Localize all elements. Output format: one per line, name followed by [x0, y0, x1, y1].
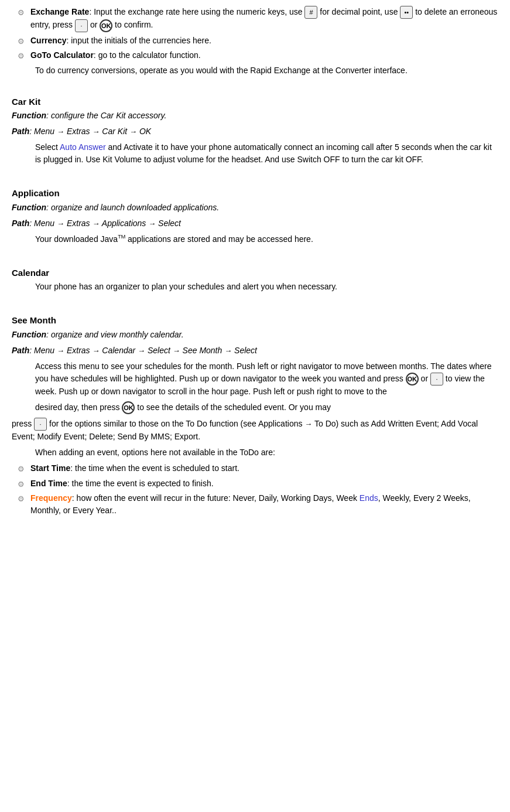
exchange-rate-title: Exchange Rate [30, 7, 89, 16]
dot-icon-3: · [34, 418, 47, 431]
car-kit-function: Function: configure the Car Kit accessor… [12, 110, 498, 122]
converter-note: To do currency conversions, operate as y… [12, 64, 498, 77]
see-month-title: See Month [12, 314, 498, 327]
see-month-function-label: Function [12, 330, 46, 339]
application-body: Your downloaded JavaTM applications are … [12, 233, 498, 245]
goto-calc-title: GoTo Calculator [30, 50, 94, 60]
ok-circle-icon-3: OK [122, 401, 135, 414]
bullet-start-time: ⚙ Start Time: the time when the event is… [12, 462, 498, 475]
section-application: Application Function: organize and launc… [12, 187, 498, 245]
bullet-goto-calc: ⚙ GoTo Calculator: go to the calculator … [12, 49, 498, 62]
application-function-label: Function [12, 203, 46, 212]
application-function: Function: organize and launch downloaded… [12, 202, 498, 214]
section-car-kit: Car Kit Function: configure the Car Kit … [12, 95, 498, 166]
currency-desc: : input the initials of the currencies h… [66, 36, 211, 45]
end-time-text: End Time: the time the event is expected… [30, 477, 498, 490]
exchange-rate-text: Exchange Rate: Input the exchange rate h… [30, 6, 498, 32]
start-time-text: Start Time: the time when the event is s… [30, 462, 498, 475]
start-time-title: Start Time [30, 463, 70, 473]
hash-icon: # [304, 6, 317, 19]
section-calendar: Calendar Your phone has an organizer to … [12, 267, 498, 294]
application-path-label: Path [12, 219, 29, 228]
see-month-path-label: Path [12, 346, 29, 355]
start-time-desc: : the time when the event is scheduled t… [70, 463, 239, 473]
calendar-body: Your phone has an organizer to plan your… [12, 281, 498, 293]
see-month-body2: desired day, then press OK to see the de… [12, 401, 498, 414]
end-time-desc: : the time the event is expected to fini… [67, 479, 214, 488]
frequency-title: Frequency [30, 493, 72, 503]
see-month-function: Function: organize and view monthly cale… [12, 329, 498, 341]
goto-calc-desc: : go to the calculator function. [94, 50, 201, 60]
dots-icon: •• [400, 6, 413, 19]
auto-answer-link[interactable]: Auto Answer [60, 142, 106, 152]
gear-icon-2: ⚙ [18, 36, 25, 47]
application-title: Application [12, 187, 498, 200]
frequency-text: Frequency: how often the event will recu… [30, 492, 498, 517]
bullet-currency: ⚙ Currency: input the initials of the cu… [12, 35, 498, 47]
end-time-title: End Time [30, 479, 67, 488]
car-kit-path-label: Path [12, 127, 29, 136]
application-path-text: : Menu → Extras → Applications → Select [29, 219, 181, 228]
gear-icon-4: ⚙ [18, 463, 25, 475]
see-month-path-text: : Menu → Extras → Calendar → Select → Se… [29, 346, 257, 355]
currency-title: Currency [30, 36, 66, 45]
frequency-desc: : how often the event will recur in the … [30, 493, 471, 515]
application-function-text: : organize and launch downloaded applica… [46, 203, 219, 212]
ok-circle-icon-2: OK [406, 373, 419, 385]
car-kit-path-text: : Menu → Extras → Car Kit → OK [29, 127, 151, 136]
currency-text: Currency: input the initials of the curr… [30, 35, 498, 47]
dot-icon-2: · [430, 373, 443, 385]
trademark-symbol: TM [118, 234, 125, 240]
bullet-frequency: ⚙ Frequency: how often the event will re… [12, 492, 498, 517]
see-month-when-adding: When adding an event, options here not a… [12, 446, 498, 459]
car-kit-function-text: : configure the Car Kit accessory. [46, 111, 166, 120]
car-kit-title: Car Kit [12, 95, 498, 109]
ends-link[interactable]: Ends [360, 493, 378, 503]
bullet-end-time: ⚙ End Time: the time the event is expect… [12, 477, 498, 490]
goto-calc-text: GoTo Calculator: go to the calculator fu… [30, 49, 498, 62]
see-month-body3: press · for the options similar to those… [12, 418, 498, 443]
exchange-rate-desc-pre: : Input the exchange rate here using the… [30, 7, 497, 29]
car-kit-function-label: Function [12, 111, 46, 120]
see-month-path: Path: Menu → Extras → Calendar → Select … [12, 344, 498, 357]
gear-icon: ⚙ [18, 7, 25, 19]
application-path: Path: Menu → Extras → Applications → Sel… [12, 217, 498, 230]
gear-icon-5: ⚙ [18, 479, 25, 490]
see-month-function-text: : organize and view monthly calendar. [46, 330, 184, 339]
dot-icon: · [75, 19, 88, 32]
see-month-body1: Access this menu to see your schedules f… [12, 360, 498, 398]
page-content: ⚙ Exchange Rate: Input the exchange rate… [12, 6, 498, 517]
ok-circle-icon: OK [100, 19, 112, 32]
gear-icon-3: ⚙ [18, 50, 25, 62]
section-see-month: See Month Function: organize and view mo… [12, 314, 498, 517]
car-kit-body: Select Auto Answer and Activate it to ha… [12, 141, 498, 166]
car-kit-path: Path: Menu → Extras → Car Kit → OK [12, 125, 498, 138]
calendar-title: Calendar [12, 267, 498, 280]
bullet-exchange-rate: ⚙ Exchange Rate: Input the exchange rate… [12, 6, 498, 32]
gear-icon-6: ⚙ [18, 493, 25, 505]
